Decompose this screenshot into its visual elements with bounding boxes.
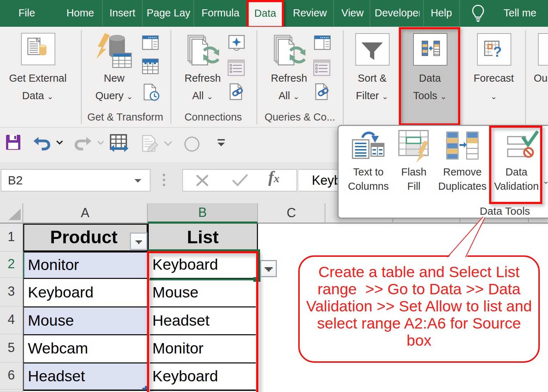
svg-text:?: ? [493,44,502,58]
